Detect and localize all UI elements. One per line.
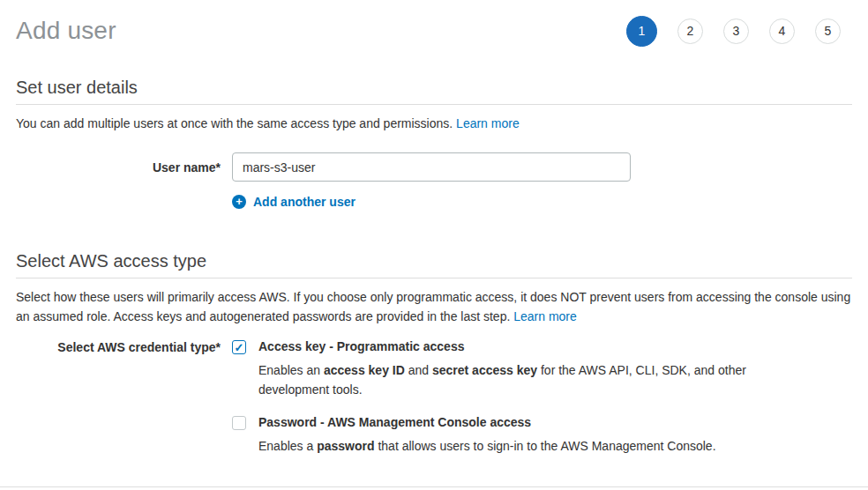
- wizard-step-1: 1: [626, 16, 657, 47]
- username-label: User name*: [16, 152, 221, 182]
- option-access-key: ✓ Access key - Programmatic access Enabl…: [232, 339, 763, 399]
- page-header: Add user 1 2 3 4 5: [16, 0, 852, 49]
- password-checkbox[interactable]: [232, 416, 246, 430]
- wizard-step-4: 4: [769, 19, 795, 44]
- page-title: Add user: [16, 17, 116, 45]
- learn-more-link-user-details[interactable]: Learn more: [456, 116, 520, 130]
- add-another-user-label: Add another user: [253, 195, 355, 209]
- plus-icon: +: [232, 195, 246, 209]
- checkmark-icon: ✓: [235, 342, 244, 353]
- user-details-intro: You can add multiple users at once with …: [16, 114, 852, 133]
- section-heading-access-type: Select AWS access type: [16, 251, 852, 271]
- desc-segment: Enables a: [258, 439, 317, 453]
- user-details-intro-text: You can add multiple users at once with …: [16, 116, 456, 130]
- wizard-step-3: 3: [723, 19, 749, 44]
- section-heading-user-details: Set user details: [16, 78, 852, 98]
- section-user-details: Set user details You can add multiple us…: [16, 78, 852, 209]
- section-divider: [16, 278, 852, 278]
- access-key-description: Enables an access key ID and secret acce…: [258, 360, 763, 399]
- password-title: Password - AWS Management Console access: [258, 415, 716, 429]
- add-user-page: Add user 1 2 3 4 5 Set user details You …: [0, 0, 868, 456]
- access-type-intro-text: Select how these users will primarily ac…: [16, 290, 850, 323]
- access-key-texts: Access key - Programmatic access Enables…: [258, 339, 763, 399]
- access-type-intro: Select how these users will primarily ac…: [16, 287, 852, 326]
- access-key-checkbox[interactable]: ✓: [232, 340, 246, 354]
- desc-segment-bold: access key ID: [324, 363, 405, 377]
- wizard-step-5: 5: [815, 19, 841, 44]
- add-another-user-button[interactable]: + Add another user: [232, 195, 355, 209]
- wizard-step-2: 2: [677, 19, 703, 44]
- desc-segment: Enables an: [258, 363, 324, 377]
- credential-type-row: Select AWS credential type* ✓ Access key…: [16, 339, 852, 456]
- learn-more-link-access-type[interactable]: Learn more: [513, 309, 577, 323]
- username-input[interactable]: [232, 152, 631, 182]
- desc-segment-bold: password: [317, 439, 374, 453]
- credential-type-label: Select AWS credential type*: [16, 339, 221, 456]
- credential-options: ✓ Access key - Programmatic access Enabl…: [232, 339, 763, 456]
- desc-segment: and: [405, 363, 432, 377]
- password-texts: Password - AWS Management Console access…: [258, 415, 716, 456]
- option-password: Password - AWS Management Console access…: [232, 415, 763, 456]
- username-form-row: User name*: [16, 152, 852, 182]
- section-access-type: Select AWS access type Select how these …: [16, 251, 852, 456]
- access-key-title: Access key - Programmatic access: [258, 339, 763, 353]
- username-field-wrap: [232, 152, 631, 182]
- wizard-footer: * Required Cancel Next: Permissions: [0, 486, 868, 490]
- password-description: Enables a password that allows users to …: [258, 436, 716, 456]
- wizard-step-indicator: 1 2 3 4 5: [626, 16, 852, 47]
- desc-segment: that allows users to sign-in to the AWS …: [375, 439, 716, 453]
- desc-segment-bold: secret access key: [432, 363, 537, 377]
- section-divider: [16, 104, 852, 105]
